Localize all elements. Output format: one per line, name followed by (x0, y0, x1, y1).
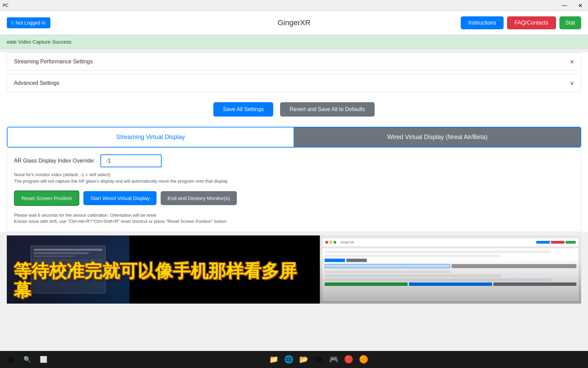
taskbar-search-button[interactable]: 🔍 (20, 352, 35, 367)
store-icon: 🛍 (315, 355, 322, 364)
explorer-icon: 📂 (299, 355, 308, 364)
search-icon: 🔍 (23, 356, 31, 363)
file-manager-icon: 📁 (269, 355, 278, 364)
end-destroy-monitors-button[interactable]: End and Destory Monitor(s) (161, 191, 236, 205)
info-line2: Known issue with drift, use "Ctrl+Alt+R"… (14, 219, 574, 224)
taskbar-file-manager-button[interactable]: 📁 (266, 352, 281, 367)
start-icon: ⊞ (8, 355, 14, 364)
steam-icon: 🎮 (329, 355, 338, 364)
settings-buttons-row: Save All Settings Revert and Save All to… (7, 95, 581, 123)
hint-line2: The program will not capture the AR glas… (14, 179, 574, 184)
hint-line1: Nreal Air's monitor index (default: -1 =… (14, 172, 574, 177)
taskbar: ⊞ 🔍 ⬜ 📁 🌐 📂 🛍 🎮 🔴 🟠 (0, 351, 588, 368)
action-buttons-row: Reset Screen Position Start Wired Virtua… (14, 190, 574, 206)
media-area: GingerXR (7, 235, 581, 304)
not-logged-in-button[interactable]: t: Not Logged In (7, 17, 50, 28)
taskbar-task-view-button[interactable]: ⬜ (36, 352, 51, 367)
streaming-performance-label: Streaming Performance Settings (14, 59, 93, 65)
taskbar-app1-button[interactable]: 🔴 (341, 352, 356, 367)
info-line1: Please wait 6 seconds for the sensor cal… (14, 213, 574, 218)
app2-icon: 🟠 (359, 355, 368, 364)
tab-streaming-label: Streaming Virtual Display (116, 134, 185, 140)
task-view-icon: ⬜ (40, 356, 47, 363)
top-nav: t: Not Logged In GingerXR Instructions F… (0, 11, 588, 35)
reset-screen-position-button[interactable]: Reset Screen Position (14, 190, 79, 206)
taskbar-start-button[interactable]: ⊞ (3, 352, 18, 367)
chinese-subtitle-line1: 等待校准完就可以像手机那样看多屏 (14, 261, 574, 281)
stat-button[interactable]: Stat (559, 16, 581, 29)
title-bar: PC — ✕ (0, 0, 588, 11)
chinese-subtitle-line2: 幕 (14, 281, 574, 300)
ar-glass-label: AR Glass Display Index Override: (14, 158, 95, 164)
streaming-performance-header[interactable]: Streaming Performance Settings ∨ (7, 53, 581, 70)
advanced-settings-header[interactable]: Advanced Settings ∨ (7, 74, 581, 92)
taskbar-steam-button[interactable]: 🎮 (326, 352, 341, 367)
display-tabs: Streaming Virtual Display Wired Virtual … (7, 127, 581, 148)
main-content: Streaming Performance Settings ∨ Advance… (0, 52, 588, 232)
taskbar-chrome-button[interactable]: 🌐 (281, 352, 296, 367)
advanced-settings-section: Advanced Settings ∨ (7, 74, 581, 92)
streaming-performance-section: Streaming Performance Settings ∨ (7, 52, 581, 71)
tab-wired-virtual[interactable]: Wired Virtual Display (Nreal Air/Beta) (294, 127, 581, 147)
success-banner: eate Video Capture Success (0, 35, 588, 49)
taskbar-app2-button[interactable]: 🟠 (356, 352, 371, 367)
advanced-settings-label: Advanced Settings (14, 80, 59, 86)
faq-button[interactable]: FAQ/Contacts (507, 16, 556, 29)
advanced-settings-chevron: ∨ (570, 80, 574, 86)
app-title: GingerXR (278, 18, 311, 27)
chrome-icon: 🌐 (284, 355, 293, 364)
taskbar-pinned-apps: 📁 🌐 📂 🛍 🎮 🔴 🟠 (52, 352, 585, 367)
close-button[interactable]: ✕ (572, 0, 588, 11)
app1-icon: 🔴 (344, 355, 353, 364)
dot-red (325, 241, 328, 244)
banner-message: eate Video Capture Success (7, 39, 71, 45)
dot-yellow (329, 241, 332, 244)
taskbar-store-button[interactable]: 🛍 (311, 352, 326, 367)
save-all-button[interactable]: Save All Settings (213, 102, 273, 117)
subtitle-overlay: 等待校准完就可以像手机那样看多屏 幕 (7, 258, 581, 304)
instructions-button[interactable]: Instructions (461, 16, 504, 29)
minimize-button[interactable]: — (557, 0, 572, 11)
ar-glass-input[interactable] (100, 154, 162, 167)
window-title: PC (3, 3, 9, 8)
start-wired-display-button[interactable]: Start Wired Virtual Display (83, 191, 157, 205)
taskbar-explorer-button[interactable]: 📂 (296, 352, 311, 367)
tab-content-streaming: AR Glass Display Index Override: Nreal A… (7, 148, 581, 232)
revert-defaults-button[interactable]: Revert and Save All to Defaults (280, 102, 374, 117)
ar-glass-row: AR Glass Display Index Override: (14, 154, 574, 167)
tab-wired-label: Wired Virtual Display (Nreal Air/Beta) (387, 134, 488, 140)
dot-green (333, 241, 336, 244)
nav-right-buttons: Instructions FAQ/Contacts Stat (461, 16, 581, 29)
streaming-performance-chevron: ∨ (570, 58, 574, 65)
screenshot-header: GingerXR (323, 238, 578, 246)
tab-streaming-virtual[interactable]: Streaming Virtual Display (7, 127, 294, 147)
title-bar-controls: — ✕ (557, 0, 588, 11)
screenshot-title: GingerXR (340, 241, 354, 244)
